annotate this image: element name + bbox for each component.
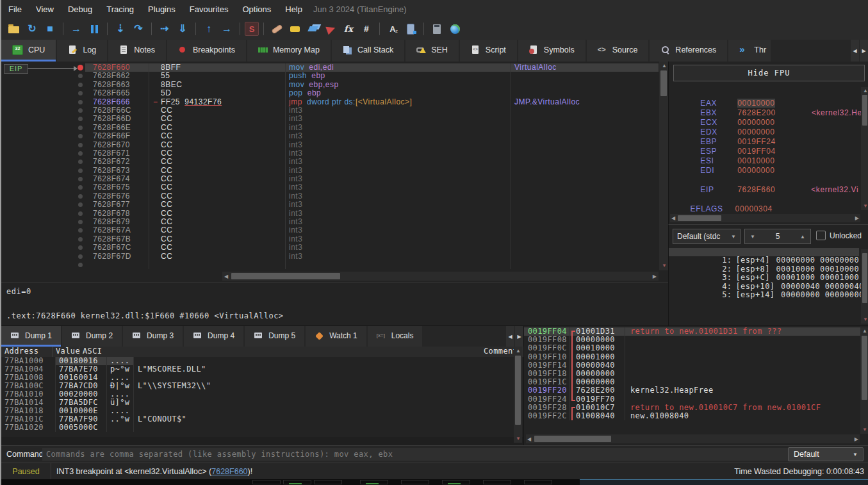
breakpoint-dot[interactable] xyxy=(78,134,83,138)
disasm-row[interactable]: 7628F662 55 pushebp xyxy=(1,72,659,80)
disasm-row[interactable]: 7628F666 −FF2594132F76 jmpdword ptr ds:[… xyxy=(1,98,659,106)
disasm-row[interactable]: 7628F67C CC int3 xyxy=(1,243,659,252)
disasm-row[interactable]: 7628F670 CC int3 xyxy=(1,141,659,149)
disasm-row[interactable]: 7628F678 CC int3 xyxy=(1,210,659,218)
menu-item[interactable]: Options xyxy=(235,4,278,14)
breakpoint-dot[interactable] xyxy=(78,108,83,113)
tab-scroll-right[interactable]: ▶ xyxy=(860,40,868,62)
disasm-row[interactable]: 7628F66C CC int3 xyxy=(1,106,659,115)
stack-row[interactable]: 0019FF14 00000040 xyxy=(524,361,860,370)
toolbar-button[interactable] xyxy=(107,22,108,35)
toolbar-button[interactable]: ■ xyxy=(42,21,58,37)
breakpoint-dot[interactable] xyxy=(78,202,83,207)
stack-row[interactable]: 0019FF20 7628E200 kernel32.HeapFree xyxy=(524,386,860,395)
hide-fpu-button[interactable]: Hide FPU xyxy=(673,65,865,81)
command-profile-dropdown[interactable]: Default▼ xyxy=(788,447,864,461)
dump-tab[interactable]: Dump 2 xyxy=(62,326,122,347)
view-tab[interactable]: Log xyxy=(57,40,107,62)
dump-tab-scroll-left[interactable]: ◀ xyxy=(506,326,514,347)
checkbox-box[interactable] xyxy=(816,231,826,240)
breakpoint-dot[interactable] xyxy=(78,91,83,95)
command-input[interactable] xyxy=(42,448,792,461)
dump-column-header[interactable]: Address xyxy=(1,347,53,357)
breakpoint-dot[interactable] xyxy=(78,263,83,267)
disasm-row[interactable]: 7628F673 CC int3 xyxy=(1,167,659,175)
toolbar-button[interactable] xyxy=(286,21,303,37)
disasm-row[interactable]: 7628F674 CC int3 xyxy=(1,175,659,183)
view-tab[interactable]: Breakpoints xyxy=(167,40,246,62)
toolbar-button[interactable] xyxy=(304,21,321,37)
disasm-row[interactable]: 7628F671 CC int3 xyxy=(1,149,659,158)
disasm-row[interactable]: 7628F67D CC int3 xyxy=(1,252,659,261)
toolbar-button[interactable] xyxy=(268,21,285,37)
toolbar-button[interactable] xyxy=(6,21,22,37)
disasm-row[interactable] xyxy=(1,261,659,269)
toolbar-button[interactable]: ↑ xyxy=(201,21,217,37)
dump-column-header[interactable]: ASCI xyxy=(79,347,480,357)
toolbar-button[interactable]: # xyxy=(358,21,375,37)
stack-row[interactable]: 0019FF10 00001000 xyxy=(524,353,860,361)
breakpoint-dot[interactable] xyxy=(78,169,83,173)
breakpoint-dot[interactable] xyxy=(78,220,83,224)
dump-tab[interactable]: Locals xyxy=(368,326,423,347)
view-tab[interactable]: Script xyxy=(460,40,517,62)
unlocked-checkbox[interactable]: Unlocked xyxy=(816,231,862,240)
disasm-row[interactable]: 7628F67A CC int3 xyxy=(1,226,659,234)
disasm-row[interactable]: 7628F67B CC int3 xyxy=(1,235,659,243)
toolbar-button[interactable] xyxy=(263,22,264,35)
disasm-row[interactable]: 7628F675 CC int3 xyxy=(1,183,659,192)
toolbar-button[interactable] xyxy=(402,21,419,37)
toolbar-button[interactable] xyxy=(63,22,63,35)
breakpoint-dot[interactable] xyxy=(78,245,83,250)
disasm-vscrollbar[interactable]: ▲ ▼ xyxy=(659,62,668,270)
menu-item[interactable]: Debug xyxy=(61,4,99,14)
view-tab[interactable]: SEH xyxy=(405,40,459,62)
breakpoint-dot[interactable] xyxy=(78,177,83,181)
toolbar-button[interactable]: ⇢ xyxy=(156,21,173,37)
breakpoint-dot[interactable] xyxy=(78,126,83,130)
toolbar-button[interactable] xyxy=(379,22,380,35)
toolbar-button[interactable]: ↻ xyxy=(24,21,40,37)
arguments-vscrollbar[interactable]: ▼ xyxy=(861,249,868,324)
dump-tab-scroll-right[interactable]: ▶ xyxy=(515,326,523,347)
breakpoint-dot[interactable] xyxy=(78,228,83,233)
toolbar-button[interactable]: S xyxy=(245,22,259,36)
breakpoint-dot[interactable] xyxy=(78,100,83,104)
breakpoint-dot[interactable] xyxy=(78,237,83,242)
disasm-row[interactable]: 7628F66D CC int3 xyxy=(1,115,659,123)
dump-tab[interactable]: Watch 1 xyxy=(306,326,366,347)
registers-hscrollbar[interactable]: ◀ ▶ xyxy=(670,214,860,222)
spinner-up-icon[interactable]: ▲ xyxy=(800,234,805,240)
breakpoint-dot[interactable] xyxy=(78,83,83,87)
stack-row[interactable]: 0019FF18 00000000 xyxy=(524,370,860,378)
stack-row[interactable]: 0019FF08 00000000 xyxy=(524,336,860,344)
stack-row[interactable]: 0019FF24 0019FF70 xyxy=(524,395,860,404)
disasm-row[interactable]: 7628F660 8BFF movedi,edi VirtualAlloc xyxy=(1,63,659,72)
menu-item[interactable]: View xyxy=(29,4,61,14)
view-tab[interactable]: Memory Map xyxy=(247,40,331,62)
view-tab[interactable]: Notes xyxy=(108,40,166,62)
menu-item[interactable]: Plugins xyxy=(141,4,183,14)
argument-count-spinner[interactable]: ▼ 5 ▲ xyxy=(744,229,811,244)
view-tab[interactable]: Symbols xyxy=(518,40,585,62)
dump-vscrollbar[interactable]: ▲ ▼ xyxy=(514,347,522,443)
dump-column-header[interactable]: Value xyxy=(53,347,79,357)
breakpoint-dot[interactable] xyxy=(78,185,83,190)
toolbar-button[interactable]: ⇣ xyxy=(112,21,129,37)
toolbar-button[interactable]: ↷ xyxy=(130,21,147,37)
dump-tab[interactable]: Dump 5 xyxy=(245,326,304,347)
toolbar-button[interactable] xyxy=(151,22,152,35)
toolbar-button[interactable]: ⇓ xyxy=(174,21,191,37)
address-link[interactable]: 7628F660 xyxy=(211,467,247,476)
disasm-hscrollbar[interactable]: ◀ ▶ xyxy=(222,272,659,281)
view-tab[interactable]: Call Stack xyxy=(332,40,404,62)
breakpoint-dot[interactable] xyxy=(78,117,83,121)
stack-vscrollbar[interactable]: ▲ ▼ xyxy=(860,327,868,434)
toolbar-button[interactable]: ▶ xyxy=(322,21,339,37)
toolbar-button[interactable] xyxy=(429,21,445,37)
dump-tab[interactable]: Dump 3 xyxy=(123,326,183,347)
breakpoint-dot[interactable] xyxy=(78,160,83,164)
toolbar-button[interactable]: fx xyxy=(340,21,357,37)
breakpoint-dot[interactable] xyxy=(78,74,83,78)
eflags-row[interactable]: EFLAGS00000304 xyxy=(675,195,773,204)
